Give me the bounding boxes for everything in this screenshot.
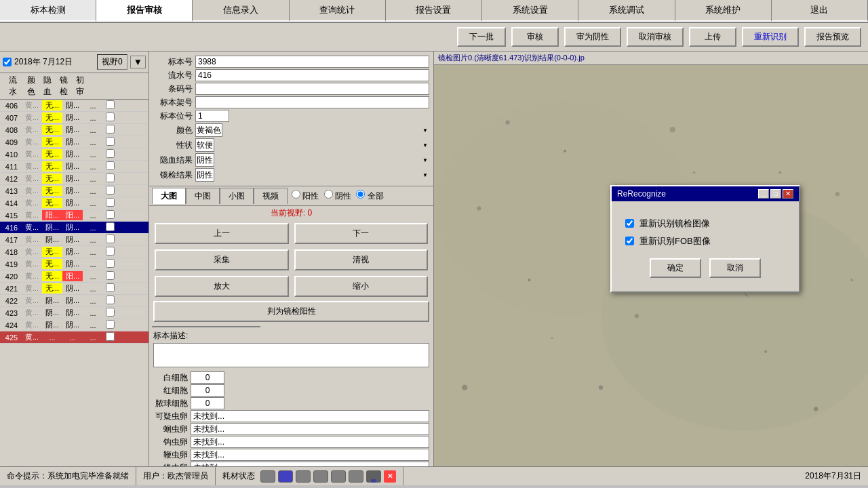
table-row[interactable]: 421 黄... 无... 阴... ... (0, 283, 149, 295)
dialog-close-btn[interactable]: ✕ (783, 189, 793, 199)
btn-prev-image[interactable]: 上一 (155, 223, 289, 244)
btn-next-image[interactable]: 下一 (294, 223, 429, 244)
rack-input[interactable] (195, 96, 429, 108)
table-row[interactable]: 423 黄... 阴... 阴... ... (0, 307, 149, 319)
btn-upload[interactable]: 上传 (689, 27, 736, 47)
rerecognize-micro-checkbox[interactable] (625, 219, 634, 228)
btn-enlarge[interactable]: 放大 (155, 276, 289, 297)
row-checkbox[interactable] (106, 100, 115, 109)
table-row[interactable]: 417 黄... 阴... 阴... ... (0, 234, 149, 246)
row-checkbox[interactable] (106, 235, 115, 243)
dialog-ok-btn[interactable]: 确定 (650, 258, 701, 278)
table-row[interactable]: 416 黄... 阴... 阴... ... (0, 222, 149, 234)
jianc-result-select[interactable]: 阴性 (195, 168, 214, 182)
dialog-maximize-btn[interactable]: □ (770, 189, 781, 199)
nav-exit[interactable]: 退出 (772, 0, 868, 22)
btn-cancel-review[interactable]: 取消审核 (627, 27, 684, 47)
barcode-input[interactable] (195, 83, 429, 95)
tab-medium[interactable]: 中图 (186, 188, 220, 204)
table-row[interactable]: 418 黄... 无... 阴... ... (0, 246, 149, 258)
roundworm-input[interactable] (191, 423, 429, 435)
row-checkbox[interactable] (106, 125, 115, 134)
tab-large[interactable]: 大图 (152, 188, 186, 204)
tapeworm-input[interactable] (191, 462, 429, 466)
flow-no-input[interactable] (195, 69, 429, 81)
white-cell-input[interactable] (191, 371, 224, 384)
table-row[interactable]: 415 黄... 阳... 阳... ... (0, 209, 149, 222)
thumbnail-1[interactable] (152, 326, 260, 327)
row-checkbox[interactable] (106, 137, 115, 146)
row-checkbox[interactable] (106, 271, 115, 280)
nav-system-settings[interactable]: 系统设置 (482, 0, 578, 22)
row-checkbox[interactable] (106, 222, 115, 231)
table-row[interactable]: 407 黄... 无... 阴... ... (0, 112, 149, 124)
nav-info-entry[interactable]: 信息录入 (193, 0, 289, 22)
row-checkbox[interactable] (106, 247, 115, 256)
row-checkbox[interactable] (106, 308, 115, 317)
parasite-input[interactable] (191, 410, 429, 422)
nav-sample-detect[interactable]: 标本检测 (0, 0, 96, 22)
date-checkbox[interactable] (3, 58, 12, 66)
row-checkbox[interactable] (106, 320, 115, 329)
condition-select[interactable]: 软便 (195, 138, 214, 152)
btn-next-batch[interactable]: 下一批 (457, 27, 506, 47)
row-checkbox[interactable] (106, 296, 115, 304)
radio-all[interactable] (356, 190, 365, 199)
row-checkbox[interactable] (106, 149, 115, 158)
table-row[interactable]: 419 黄... 无... 阴... ... (0, 258, 149, 270)
radio-negative[interactable] (324, 190, 333, 199)
row-checkbox[interactable] (106, 174, 115, 182)
red-cell-input[interactable] (191, 384, 224, 396)
btn-shrink[interactable]: 缩小 (294, 276, 429, 297)
btn-judge-positive[interactable]: 判为镜检阳性 (153, 301, 429, 322)
fat-cell-input[interactable] (191, 397, 224, 409)
tab-small[interactable]: 小图 (220, 188, 254, 204)
row-checkbox[interactable] (106, 210, 115, 219)
nav-system-debug[interactable]: 系统调试 (578, 0, 675, 22)
rerecognize-fob-checkbox[interactable] (625, 237, 634, 245)
nav-report-settings[interactable]: 报告设置 (386, 0, 482, 22)
table-row[interactable]: 408 黄... 无... 阴... ... (0, 124, 149, 136)
row-checkbox[interactable] (106, 332, 115, 341)
btn-collect[interactable]: 采集 (155, 249, 289, 270)
specimen-no-input[interactable] (195, 56, 429, 68)
calendar-btn[interactable]: ▼ (130, 56, 146, 68)
status-command: 命令提示：系统加电完毕准备就绪 (0, 467, 136, 485)
row-checkbox[interactable] (106, 198, 115, 207)
row-checkbox[interactable] (106, 186, 115, 195)
table-row[interactable]: 412 黄... 无... 阴... ... (0, 173, 149, 185)
nav-report-review[interactable]: 报告审核 (96, 0, 193, 22)
row-checkbox[interactable] (106, 259, 115, 268)
table-row[interactable]: 409 黄... 无... 阴... ... (0, 136, 149, 148)
row-checkbox[interactable] (106, 161, 115, 170)
dialog-minimize-btn[interactable]: _ (758, 189, 769, 199)
row-checkbox[interactable] (106, 113, 115, 121)
table-row[interactable]: 410 黄... 无... 阴... ... (0, 148, 149, 161)
condition-label: 性状 (153, 140, 195, 151)
nav-query-stats[interactable]: 查询统计 (290, 0, 386, 22)
hidden-result-select[interactable]: 阴性 (195, 153, 214, 167)
radio-positive[interactable] (292, 190, 300, 199)
nav-system-maintenance[interactable]: 系统维护 (675, 0, 772, 22)
table-row[interactable]: 424 黄... 阴... 阴... ... (0, 319, 149, 331)
specimen-desc-input[interactable] (153, 343, 429, 367)
btn-review-negative[interactable]: 审为阴性 (564, 27, 621, 47)
table-row[interactable]: 406 黄... 无... 阴... ... (0, 100, 149, 112)
btn-review[interactable]: 审核 (511, 27, 559, 47)
table-row[interactable]: 414 黄... 无... 阴... ... (0, 197, 149, 209)
row-checkbox[interactable] (106, 283, 115, 292)
btn-clear-view[interactable]: 清视 (294, 249, 429, 270)
table-row[interactable]: 422 黄... 阴... 阴... ... (0, 295, 149, 307)
btn-report-preview[interactable]: 报告预览 (804, 27, 861, 47)
tab-video[interactable]: 视频 (254, 188, 288, 204)
table-row[interactable]: 411 黄... 无... 阴... ... (0, 161, 149, 173)
table-row[interactable]: 413 黄... 无... 阴... ... (0, 185, 149, 197)
hookworm-input[interactable] (191, 436, 429, 448)
table-row[interactable]: 425 黄... ... ... ... (0, 331, 149, 344)
position-input[interactable] (195, 110, 229, 122)
btn-rerecognize[interactable]: 重新识别 (742, 27, 799, 47)
dialog-cancel-btn[interactable]: 取消 (709, 258, 761, 278)
whipworm-input[interactable] (191, 449, 429, 461)
table-row[interactable]: 420 黄... 无... 阳... ... (0, 270, 149, 283)
color-select[interactable]: 黄褐色 (195, 123, 222, 137)
